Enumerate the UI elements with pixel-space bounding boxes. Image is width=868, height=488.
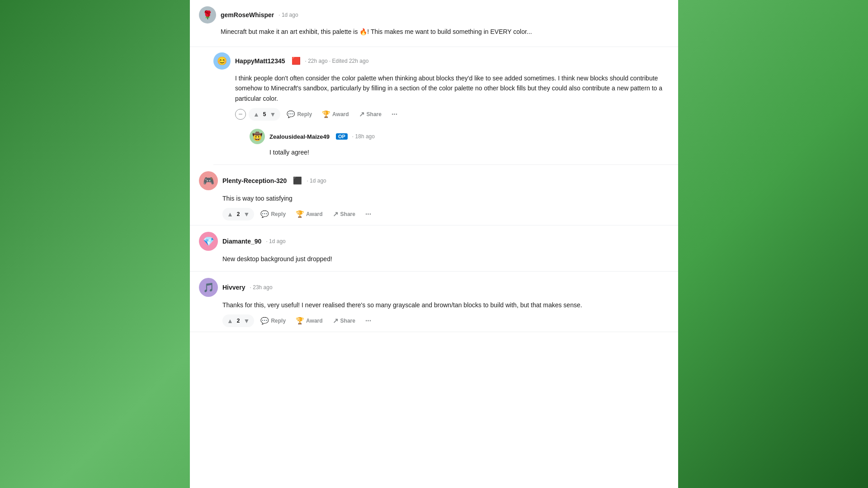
award-hivvery-icon: 🏆 [296,317,304,325]
body-zealous: I totally agree! [269,148,669,157]
comment-gem: 🌹 gemRoseWhisper · 1d ago Minecraft but … [190,0,678,47]
username-zealous: Zealousideal-Maize49 [269,133,330,140]
vote-count-plenty: 2 [236,211,241,217]
username-plenty: Plenty-Reception-320 [222,177,287,184]
vote-count-happy: 5 [262,111,267,117]
share-happy-button[interactable]: ↗ Share [355,108,385,120]
username-gem: gemRoseWhisper [221,11,274,19]
comment-header-gem: 🌹 gemRoseWhisper · 1d ago [199,6,669,23]
upvote-plenty-button[interactable]: ▲ [226,210,234,219]
reply-icon: 💬 [287,110,295,118]
more-plenty-button[interactable]: ··· [362,208,375,220]
share-hivvery-button[interactable]: ↗ Share [329,315,359,327]
body-happy: I think people don't often consider the … [235,73,669,103]
avatar-hivvery: 🎵 [199,278,218,297]
page-container: 🌹 gemRoseWhisper · 1d ago Minecraft but … [190,0,678,488]
op-badge-zealous: OP [336,133,348,140]
vote-group-plenty: ▲ 2 ▼ [222,208,254,221]
reply-plenty-button[interactable]: 💬 Reply [257,208,289,220]
reply-hivvery-button[interactable]: 💬 Reply [257,315,289,327]
share-plenty-button[interactable]: ↗ Share [329,208,359,220]
vote-count-hivvery: 2 [236,318,241,324]
comment-zealous: 🤠 Zealousideal-Maize49 OP · 18h ago I to… [250,125,669,161]
comment-happy: 😊 HappyMatt12345 🟥 · 22h ago · Edited 22… [213,47,678,165]
award-plenty-button[interactable]: 🏆 Award [292,208,326,220]
time-diamante: · 1d ago [266,238,285,244]
username-diamante: Diamante_90 [222,238,261,245]
time-plenty: · 1d ago [307,178,326,184]
share-hivvery-icon: ↗ [333,317,339,325]
time-hivvery: · 23h ago [250,284,273,291]
award-plenty-icon: 🏆 [296,210,304,218]
downvote-hivvery-button[interactable]: ▼ [243,316,251,325]
reply-hivvery-icon: 💬 [260,317,269,325]
flair-happy: 🟥 [292,56,301,66]
username-hivvery: Hivvery [222,284,245,291]
body-diamante: New desktop background just dropped! [222,254,669,264]
avatar-zealous: 🤠 [250,129,265,144]
share-icon: ↗ [359,110,365,118]
award-icon: 🏆 [322,110,330,118]
comment-header-diamante: 💎 Diamante_90 · 1d ago [199,232,669,251]
comment-plenty: 🎮 Plenty-Reception-320 ⬛ · 1d ago This i… [190,165,678,225]
avatar-plenty: 🎮 [199,171,218,190]
reply-happy-button[interactable]: 💬 Reply [283,108,316,120]
comment-diamante: 💎 Diamante_90 · 1d ago New desktop backg… [190,225,678,272]
comment-header-happy: 😊 HappyMatt12345 🟥 · 22h ago · Edited 22… [213,52,669,70]
action-bar-hivvery: ▲ 2 ▼ 💬 Reply 🏆 Award ↗ Share ··· [222,314,669,327]
award-happy-button[interactable]: 🏆 Award [318,108,352,120]
time-zealous: · 18h ago [352,133,375,140]
body-hivvery: Thanks for this, very useful! I never re… [222,300,669,310]
meta-happy: · 22h ago · Edited 22h ago [305,58,369,64]
share-plenty-icon: ↗ [333,210,339,218]
award-hivvery-button[interactable]: 🏆 Award [292,315,326,327]
time-gem: · 1d ago [278,12,298,18]
flair-plenty: ⬛ [293,176,302,185]
body-gem: Minecraft but make it an art exhibit, th… [221,27,669,37]
comment-header-plenty: 🎮 Plenty-Reception-320 ⬛ · 1d ago [199,171,669,190]
vote-group-hivvery: ▲ 2 ▼ [222,314,254,327]
upvote-hivvery-button[interactable]: ▲ [226,316,234,325]
avatar-happy: 😊 [213,52,231,70]
comment-section: 🌹 gemRoseWhisper · 1d ago Minecraft but … [190,0,678,332]
more-happy-button[interactable]: ··· [388,108,401,120]
action-bar-plenty: ▲ 2 ▼ 💬 Reply 🏆 Award ↗ Share ··· [222,208,669,221]
more-hivvery-button[interactable]: ··· [362,315,375,327]
downvote-happy-button[interactable]: ▼ [269,110,277,119]
collapse-happy-button[interactable]: − [235,109,246,120]
username-happy: HappyMatt12345 [235,57,285,65]
action-bar-happy: − ▲ 5 ▼ 💬 Reply 🏆 Award ↗ Share [235,108,669,121]
comment-header-hivvery: 🎵 Hivvery · 23h ago [199,278,669,297]
reply-plenty-icon: 💬 [260,210,269,218]
body-plenty: This is way too satisfying [222,194,669,203]
comment-header-zealous: 🤠 Zealousideal-Maize49 OP · 18h ago [250,129,669,144]
downvote-plenty-button[interactable]: ▼ [243,210,251,219]
avatar-gem: 🌹 [199,6,216,23]
upvote-happy-button[interactable]: ▲ [252,110,260,119]
comment-hivvery: 🎵 Hivvery · 23h ago Thanks for this, ver… [190,272,678,332]
vote-group-happy: ▲ 5 ▼ [249,108,280,121]
avatar-diamante: 💎 [199,232,218,251]
